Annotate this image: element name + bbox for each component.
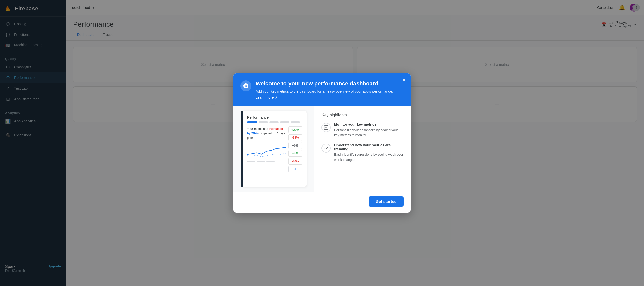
preview-card-title: Performance	[247, 115, 302, 119]
preview-text-area: Your metric has increased by 20% compare…	[247, 126, 286, 162]
modal-overlay[interactable]: Welcome to your new performance dashboar…	[0, 0, 644, 286]
preview-metrics: +20% -18% +0% +4% -30% +	[288, 126, 302, 172]
metric-badge-4: -30%	[288, 158, 302, 165]
learn-more-text: Learn more	[256, 95, 274, 99]
add-chart-icon	[324, 125, 329, 130]
preview-highlight-red: increased	[269, 127, 283, 131]
highlight-heading-0: Monitor your key metrics	[334, 122, 404, 126]
get-started-button[interactable]: Get started	[369, 196, 404, 207]
highlight-item-1: Understand how your metrics are trending…	[321, 143, 404, 162]
metric-badge-0: +20%	[288, 126, 302, 133]
metric-badge-add[interactable]: +	[288, 166, 302, 172]
preview-accent-bar	[241, 111, 243, 187]
external-link-icon: ↗	[275, 95, 278, 99]
skeleton-bar-2	[259, 121, 268, 123]
preview-description: Your metric has increased by 20% compare…	[247, 126, 286, 140]
trending-icon	[321, 144, 331, 153]
preview-chart	[247, 143, 286, 158]
modal-body: Performance Your metric has increase	[233, 106, 411, 192]
preview-skeleton-bottom	[247, 161, 286, 162]
skeleton-bar-3	[269, 121, 279, 123]
modal-subtitle: Add your key metrics to the dashboard fo…	[256, 89, 403, 94]
preview-skeleton-bars	[247, 121, 302, 123]
modal-close-button[interactable]: ×	[402, 77, 406, 83]
skeleton-bar-5	[291, 121, 300, 123]
performance-chart-svg	[247, 143, 286, 158]
highlight-desc-1: Easily identify regressions by seeing we…	[334, 152, 404, 162]
preview-card-content: Your metric has increased by 20% compare…	[247, 126, 302, 172]
preview-card: Performance Your metric has increase	[243, 111, 307, 187]
modal-preview-section: Performance Your metric has increase	[233, 106, 314, 192]
highlight-text-1: Understand how your metrics are trending…	[334, 143, 404, 162]
skeleton-bottom-2	[257, 161, 265, 162]
modal-header-icon	[240, 80, 251, 91]
monitor-metrics-icon	[321, 123, 331, 132]
skeleton-bottom-1	[247, 161, 255, 162]
trending-up-icon	[324, 146, 329, 151]
skeleton-bar-1	[247, 121, 257, 123]
highlight-desc-0: Personalize your dashboard by adding you…	[334, 128, 404, 137]
svg-point-6	[245, 85, 247, 87]
highlight-heading-1: Understand how your metrics are trending	[334, 143, 404, 151]
learn-more-link[interactable]: Learn more ↗	[256, 95, 278, 99]
welcome-modal: Welcome to your new performance dashboar…	[233, 73, 411, 213]
preview-desc-prefix: Your metric has	[247, 127, 269, 131]
speedometer-icon	[243, 83, 249, 89]
highlight-item-0: Monitor your key metrics Personalize you…	[321, 122, 404, 137]
highlights-title: Key highlights	[321, 113, 404, 117]
modal-footer: Get started	[233, 192, 411, 213]
modal-header-content: Welcome to your new performance dashboar…	[256, 80, 403, 100]
preview-highlight-blue: by 20%	[247, 132, 258, 135]
highlight-text-0: Monitor your key metrics Personalize you…	[334, 122, 404, 137]
metric-badge-3: +4%	[288, 150, 302, 157]
skeleton-bar-4	[280, 121, 289, 123]
modal-title: Welcome to your new performance dashboar…	[256, 80, 403, 87]
modal-header: Welcome to your new performance dashboar…	[233, 73, 411, 106]
skeleton-bottom-3	[266, 161, 275, 162]
metric-badge-1: -18%	[288, 134, 302, 141]
modal-highlights-section: Key highlights Monitor your key metrics …	[314, 106, 411, 192]
metric-badge-2: +0%	[288, 142, 302, 149]
